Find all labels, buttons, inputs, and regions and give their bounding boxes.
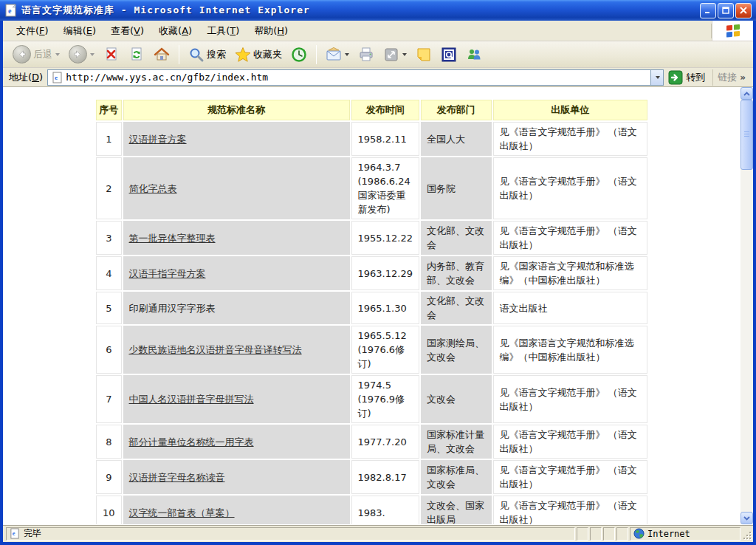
- search-button[interactable]: 搜索: [185, 43, 230, 66]
- publish-dept: 内务部、教育部、文改会: [421, 256, 492, 290]
- scroll-down-icon: [743, 516, 750, 521]
- scroll-down-button[interactable]: [740, 512, 753, 524]
- svg-text:e: e: [8, 7, 12, 15]
- print-button[interactable]: [354, 43, 378, 66]
- standard-name: 第一批异体字整理表: [123, 221, 350, 255]
- publish-date: 1955.12.22: [351, 221, 420, 255]
- menu-item[interactable]: 文件(F): [9, 21, 56, 41]
- standard-name-link[interactable]: 部分计量单位名称统一用字表: [129, 436, 254, 448]
- publish-dept: 全国人大: [421, 122, 492, 156]
- fullscreen-dropdown-icon: [402, 53, 407, 56]
- address-dropdown-button[interactable]: [650, 70, 663, 85]
- back-button[interactable]: 后退: [9, 43, 63, 66]
- scrollbar-thumb[interactable]: [740, 100, 753, 170]
- table-row: 6少数民族语地名汉语拼音字母音译转写法1965.5.12 (1976.6修订)国…: [96, 326, 647, 374]
- standard-name-link[interactable]: 汉字统一部首表（草案）: [129, 507, 235, 518]
- fullscreen-button[interactable]: [379, 43, 410, 66]
- table-row: 8部分计量单位名称统一用字表1977.7.20国家标准计量局、文改会见《语言文字…: [96, 425, 647, 459]
- refresh-icon: [128, 47, 145, 63]
- refresh-button[interactable]: [125, 43, 148, 66]
- forward-icon: [69, 45, 87, 64]
- address-input-box: e: [47, 69, 664, 86]
- standard-name-link[interactable]: 汉语拼音字母名称读音: [129, 472, 225, 483]
- row-number: 10: [96, 496, 122, 524]
- table-row: 2简化字总表1964.3.7 (1986.6.24国家语委重新发布)国务院见《语…: [96, 157, 647, 219]
- standard-name-link[interactable]: 汉语拼音方案: [129, 134, 187, 145]
- publisher: 见《语言文字规范手册》 （语文出版社）: [493, 460, 647, 494]
- window-title: 语言文字规范标准库 - Microsoft Internet Explorer: [21, 4, 698, 17]
- publish-dept: 文改会: [421, 375, 492, 423]
- standard-name-link[interactable]: 第一批异体字整理表: [129, 233, 216, 244]
- standard-name-link[interactable]: 汉语手指字母方案: [129, 268, 206, 279]
- toolbar: 后退 搜索 收藏夹: [3, 41, 753, 68]
- menu-item[interactable]: 查看(V): [103, 21, 151, 41]
- publish-date: 1958.2.11: [351, 122, 420, 156]
- history-button[interactable]: [287, 43, 311, 66]
- q-tool-button[interactable]: [437, 43, 461, 66]
- messenger-button[interactable]: [462, 43, 486, 66]
- column-header: 序号: [96, 100, 122, 120]
- status-pane: [590, 527, 602, 541]
- publish-date: 1974.5 (1976.9修订): [351, 375, 420, 423]
- row-number: 3: [96, 221, 122, 255]
- publish-dept: 国家测绘局、文改会: [421, 326, 492, 374]
- standard-name: 汉语拼音方案: [123, 122, 350, 156]
- status-pane: [616, 527, 628, 541]
- column-header: 规范标准名称: [123, 100, 350, 120]
- address-bar: 地址(D) e 转到 链接 »: [3, 68, 753, 87]
- table-row: 4汉语手指字母方案1963.12.29内务部、教育部、文改会见《国家语言文字规范…: [96, 256, 647, 290]
- standard-name: 印刷通用汉字字形表: [123, 292, 350, 324]
- go-label: 转到: [686, 71, 705, 84]
- standard-name: 简化字总表: [123, 157, 350, 219]
- note-button[interactable]: [412, 43, 436, 66]
- maximize-button[interactable]: [718, 3, 734, 18]
- address-label: 地址(D): [9, 71, 43, 84]
- scroll-up-icon: [743, 92, 750, 96]
- publish-date: 1963.12.29: [351, 256, 420, 290]
- row-number: 5: [96, 292, 122, 324]
- scroll-up-button[interactable]: [740, 87, 753, 100]
- favorites-button[interactable]: 收藏夹: [231, 43, 286, 66]
- vertical-scrollbar[interactable]: [740, 87, 753, 524]
- resize-grip[interactable]: [742, 528, 752, 540]
- close-button[interactable]: [735, 3, 752, 18]
- search-icon: [188, 47, 205, 63]
- home-icon: [154, 47, 170, 63]
- standard-name-link[interactable]: 少数民族语地名汉语拼音字母音译转写法: [129, 344, 302, 355]
- stop-button[interactable]: [100, 43, 123, 66]
- standard-name-link[interactable]: 简化字总表: [129, 183, 177, 194]
- table-row: 10汉字统一部首表（草案）1983.文改会、国家出版局见《语言文字规范手册》 （…: [96, 496, 647, 524]
- menu-item[interactable]: 收藏(A): [151, 21, 199, 41]
- row-number: 1: [96, 122, 122, 156]
- publish-date: 1964.3.7 (1986.6.24国家语委重新发布): [351, 157, 420, 219]
- table-row: 1汉语拼音方案1958.2.11全国人大见《语言文字规范手册》 （语文出版社）: [96, 122, 647, 156]
- back-icon: [13, 45, 31, 64]
- ie-page-icon-small: e: [52, 72, 63, 83]
- go-button[interactable]: 转到: [664, 69, 709, 86]
- forward-button[interactable]: [65, 43, 98, 66]
- publish-date: 1965.1.30: [351, 292, 420, 324]
- home-button[interactable]: [150, 43, 173, 66]
- standards-table-header-row: 序号规范标准名称发布时间发布部门出版单位: [96, 100, 647, 120]
- minimize-button[interactable]: [700, 3, 716, 18]
- row-number: 4: [96, 256, 122, 290]
- standard-name-link[interactable]: 中国人名汉语拼音字母拼写法: [129, 394, 254, 405]
- browser-window: e 语言文字规范标准库 - Microsoft Internet Explore…: [0, 0, 756, 545]
- menu-item[interactable]: 工具(T): [199, 21, 247, 41]
- menu-item[interactable]: 编辑(E): [56, 21, 103, 41]
- table-row: 3第一批异体字整理表1955.12.22文化部、文改会见《语言文字规范手册》 （…: [96, 221, 647, 255]
- address-input[interactable]: [66, 71, 650, 84]
- links-bar[interactable]: 链接 »: [712, 69, 750, 86]
- scrollbar-track[interactable]: [740, 100, 753, 512]
- publish-dept: 文化部、文改会: [421, 292, 492, 324]
- row-number: 2: [96, 157, 122, 219]
- menu-item[interactable]: 帮助(H): [247, 21, 295, 41]
- standard-name: 汉语手指字母方案: [123, 256, 350, 290]
- search-label: 搜索: [207, 48, 226, 61]
- status-zone-pane: Internet: [630, 527, 740, 541]
- publisher: 语文出版社: [493, 292, 647, 324]
- mail-button[interactable]: [322, 43, 353, 66]
- column-header: 发布时间: [351, 100, 420, 120]
- publish-date: 1965.5.12 (1976.6修订): [351, 326, 420, 374]
- column-header: 出版单位: [493, 100, 647, 120]
